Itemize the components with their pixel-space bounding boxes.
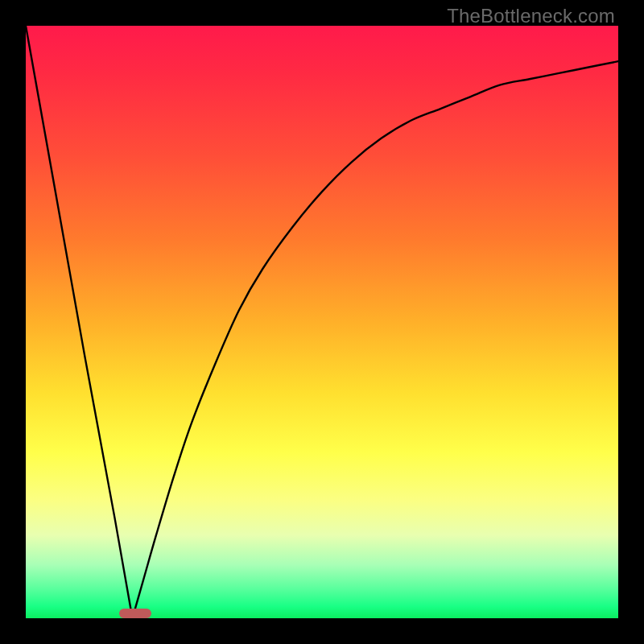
curve-svg xyxy=(26,26,618,618)
plot-area xyxy=(26,26,618,618)
watermark-text: TheBottleneck.com xyxy=(447,5,615,27)
bottleneck-curve xyxy=(26,26,618,618)
chart-frame: TheBottleneck.com xyxy=(0,0,644,644)
minimum-marker xyxy=(119,609,152,618)
